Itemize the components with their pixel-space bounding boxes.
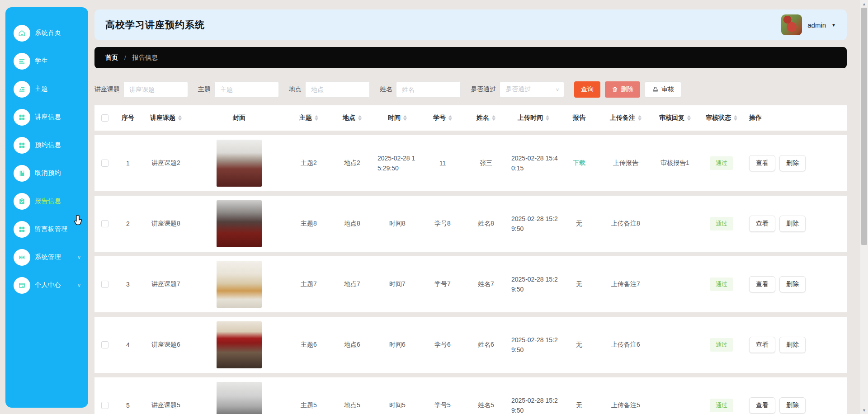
row-student-no: 学号8	[421, 218, 464, 230]
scroll-up-arrow-icon[interactable]: ▲	[860, 0, 868, 8]
view-button[interactable]: 查看	[749, 337, 775, 353]
sidebar-item-students[interactable]: 学生	[5, 47, 88, 75]
settings-icon	[14, 249, 30, 266]
lecture-title-filter-input[interactable]	[123, 81, 188, 98]
sidebar-item-reservations[interactable]: 预约信息	[5, 131, 88, 159]
audit-button[interactable]: 审核	[645, 81, 681, 98]
row-delete-button[interactable]: 删除	[779, 397, 806, 414]
main-content: 高校学习讲座预约系统 admin ▼ 首页 / 报告信息 讲座课题 主题 地点 …	[94, 0, 847, 414]
row-student-no: 11	[421, 158, 464, 169]
sidebar-item-home[interactable]: 系统首页	[5, 19, 88, 47]
column-header-upload-time[interactable]: 上传时间	[508, 112, 559, 124]
column-header-name[interactable]: 姓名	[464, 112, 508, 124]
row-upload-time: 2025-02-28 15:29:50	[508, 333, 559, 357]
sort-icon[interactable]	[403, 115, 407, 121]
sidebar-item-reports[interactable]: 报告信息	[5, 187, 88, 215]
sidebar-item-system-management[interactable]: 系统管理 ∨	[5, 243, 88, 271]
column-header-remark[interactable]: 上传备注	[599, 112, 652, 124]
row-reply	[652, 404, 698, 407]
sort-icon[interactable]	[448, 115, 452, 121]
sidebar-item-topics[interactable]: 主题	[5, 75, 88, 103]
user-menu[interactable]: admin ▼	[781, 14, 840, 35]
row-delete-button[interactable]: 删除	[779, 155, 806, 171]
row-topic: 主题6	[287, 339, 330, 351]
delete-button[interactable]: 删除	[605, 81, 640, 98]
row-delete-button[interactable]: 删除	[779, 276, 806, 292]
table-row: 3 讲座课题7 主题7 地点7 时间7 学号7 姓名7 2025-02-28 1…	[94, 256, 847, 312]
row-seq: 4	[115, 339, 141, 350]
lecture-cover-image	[217, 382, 262, 414]
download-report-link[interactable]: 下载	[573, 159, 585, 167]
scroll-down-arrow-icon[interactable]: ▼	[860, 406, 868, 414]
breadcrumb-home-link[interactable]: 首页	[105, 54, 118, 62]
select-all-checkbox[interactable]	[101, 114, 108, 122]
query-button-label: 查询	[581, 85, 594, 94]
row-time: 时间5	[374, 400, 421, 411]
view-button[interactable]: 查看	[749, 276, 775, 292]
row-lecture-title: 讲座课题8	[141, 218, 191, 230]
sort-icon[interactable]	[315, 115, 318, 121]
sidebar-item-cancel-reservation[interactable]: 取消预约	[5, 159, 88, 187]
sidebar-item-message-board[interactable]: 留言板管理	[5, 215, 88, 243]
sidebar-item-label: 留言板管理	[35, 225, 68, 233]
breadcrumb: 首页 / 报告信息	[94, 47, 847, 68]
user-avatar[interactable]	[781, 14, 802, 35]
page-scrollbar[interactable]: ▲ ▼	[860, 0, 868, 414]
table-row: 1 讲座课题2 主题2 地点2 2025-02-28 15:29:50 11 张…	[94, 135, 847, 191]
pass-filter-select[interactable]: 是否通过 ∨	[500, 81, 564, 98]
row-place: 地点6	[330, 339, 374, 351]
delete-button-label: 删除	[621, 85, 633, 94]
row-place: 地点5	[330, 400, 374, 411]
id-card-icon	[14, 277, 30, 294]
sort-icon[interactable]	[734, 115, 737, 121]
column-header-actions: 操作	[745, 112, 847, 124]
sidebar-item-personal-center[interactable]: 个人中心 ∨	[5, 271, 88, 299]
column-header-report: 报告	[559, 112, 599, 124]
row-name: 姓名6	[464, 339, 508, 351]
row-reply	[652, 282, 698, 286]
row-seq: 5	[115, 400, 141, 411]
query-button[interactable]: 查询	[574, 81, 600, 98]
row-topic: 主题8	[287, 218, 330, 230]
column-header-place[interactable]: 地点	[330, 112, 374, 124]
sidebar-item-lectures[interactable]: 讲座信息	[5, 103, 88, 131]
row-student-no: 学号5	[421, 400, 464, 411]
row-report: 无	[559, 278, 599, 290]
sort-icon[interactable]	[546, 115, 549, 121]
row-place: 地点7	[330, 278, 374, 290]
column-header-time[interactable]: 时间	[374, 112, 421, 124]
name-filter-input[interactable]	[396, 81, 461, 98]
sidebar-item-label: 主题	[35, 85, 48, 93]
row-delete-button[interactable]: 删除	[779, 216, 806, 232]
table-row: 4 讲座课题6 主题6 地点6 时间6 学号6 姓名6 2025-02-28 1…	[94, 317, 847, 373]
column-header-student-no[interactable]: 学号	[421, 112, 464, 124]
scrollbar-thumb[interactable]	[861, 8, 867, 245]
sort-icon[interactable]	[178, 115, 182, 121]
topic-filter-input[interactable]	[214, 81, 279, 98]
column-header-status[interactable]: 审核状态	[698, 112, 745, 124]
row-checkbox[interactable]	[101, 402, 108, 409]
row-delete-button[interactable]: 删除	[779, 337, 806, 353]
column-header-topic[interactable]: 主题	[287, 112, 330, 124]
row-upload-time: 2025-02-28 15:29:50	[508, 273, 559, 296]
row-seq: 3	[115, 279, 141, 290]
status-badge: 通过	[710, 217, 733, 231]
row-checkbox[interactable]	[101, 341, 108, 348]
place-filter-input[interactable]	[305, 81, 370, 98]
view-button[interactable]: 查看	[749, 397, 775, 414]
column-header-lecture-title[interactable]: 讲座课题	[141, 112, 191, 124]
view-button[interactable]: 查看	[749, 216, 775, 232]
row-checkbox[interactable]	[101, 220, 108, 227]
topic-filter-label: 主题	[198, 85, 211, 94]
view-button[interactable]: 查看	[749, 155, 775, 171]
sidebar-item-label: 个人中心	[35, 281, 61, 289]
row-checkbox[interactable]	[101, 160, 108, 167]
sort-icon[interactable]	[358, 115, 362, 121]
sort-icon[interactable]	[492, 115, 495, 121]
column-header-reply[interactable]: 审核回复	[652, 112, 698, 124]
status-badge: 通过	[710, 278, 733, 291]
row-remark: 上传备注8	[599, 218, 652, 230]
row-checkbox[interactable]	[101, 281, 108, 288]
sort-icon[interactable]	[638, 115, 642, 121]
sort-icon[interactable]	[687, 115, 691, 121]
